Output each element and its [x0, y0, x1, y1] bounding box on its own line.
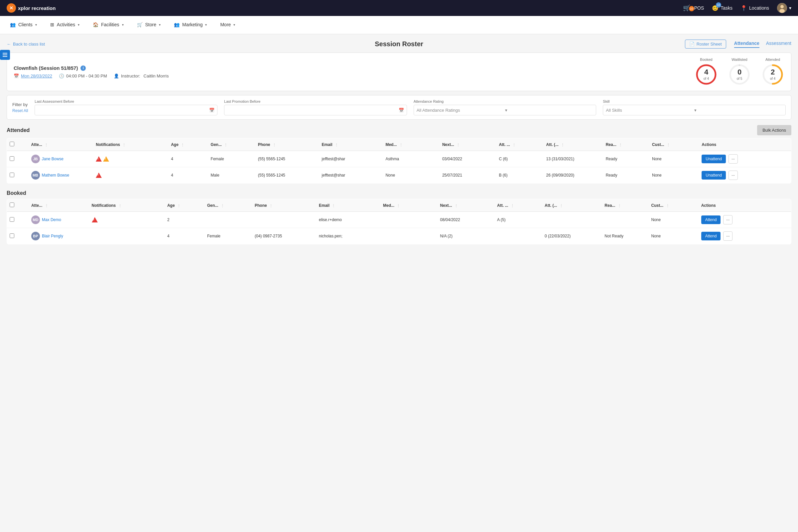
waitlisted-label: Waitlisted	[728, 58, 751, 61]
sidebar-toggle-button[interactable]	[0, 50, 10, 60]
alert-red-icon[interactable]: !	[92, 217, 98, 223]
person-icon: 👤	[114, 74, 119, 78]
nav-item-marketing[interactable]: 👥 Marketing ▾	[167, 16, 213, 34]
medical-cell	[380, 228, 438, 244]
filter-skill: Skill All Skills ▾	[603, 99, 786, 115]
back-arrow-icon: ←	[7, 41, 11, 46]
row-checkbox-mathew-bowse[interactable]	[10, 173, 14, 177]
page-header: ← Back to class list Session Roster 📄 Ro…	[7, 40, 791, 49]
attendee-name-text[interactable]: Blair Pengly	[42, 234, 63, 239]
clients-chevron: ▾	[35, 23, 37, 26]
select-all-booked-checkbox[interactable]	[10, 203, 14, 207]
facilities-chevron: ▾	[122, 23, 124, 26]
session-time: 🕓 04:00 PM - 04:30 PM	[59, 74, 107, 78]
col-header-actions: Actions	[699, 138, 791, 151]
session-info: Clownfish (Session 51/857) i 📅 Mon 28/03…	[14, 65, 169, 78]
attendee-name-text[interactable]: Mathem Bowse	[42, 173, 70, 177]
reset-all-button[interactable]: Reset All	[12, 108, 28, 113]
session-date-link[interactable]: Mon 28/03/2022	[21, 74, 52, 78]
more-actions-button[interactable]: ···	[728, 154, 738, 164]
filter-attendance-rating: Attendance Rating All Attendance Ratings…	[414, 99, 596, 115]
att2-cell	[542, 212, 602, 228]
attended-circle: 2 of 4	[761, 63, 784, 86]
col-header-custom: Cust... ⋮	[649, 138, 699, 151]
nav-item-clients[interactable]: 👥 Clients ▾	[3, 16, 43, 34]
clock-icon: 🕓	[59, 74, 64, 78]
att-cell	[494, 228, 542, 244]
last-assessment-input[interactable]: 📅	[35, 105, 217, 115]
svg-rect-4	[3, 55, 7, 55]
tab-attendance[interactable]: Attendance	[734, 41, 759, 48]
back-to-class-list-button[interactable]: ← Back to class list	[7, 41, 45, 46]
attended-label: Attended	[761, 58, 784, 61]
select-all-attended-checkbox[interactable]	[10, 141, 14, 146]
svg-point-1	[780, 5, 784, 8]
document-icon: 📄	[689, 41, 695, 46]
alert-yellow-icon[interactable]: !	[103, 156, 109, 162]
filter-last-assessment: Last Assessment Before 📅	[35, 99, 217, 115]
pos-nav-item[interactable]: 🛒 10 POS	[683, 4, 704, 12]
tab-assessment[interactable]: Assessment	[766, 41, 791, 48]
avatar: JB	[31, 155, 40, 163]
gender-cell: Male	[208, 167, 255, 184]
alert-red-icon[interactable]: !	[96, 156, 102, 162]
filter-bar: Filter by Reset All Last Assessment Befo…	[7, 95, 791, 120]
last-promotion-input[interactable]: 📅	[224, 105, 407, 115]
nav-item-facilities[interactable]: 🏠 Facilities ▾	[86, 16, 130, 34]
alert-red-icon[interactable]: !	[96, 173, 102, 178]
attend-button[interactable]: Attend	[701, 232, 721, 241]
nav-item-activities[interactable]: ⊞ Activities ▾	[43, 16, 86, 34]
locations-nav-item[interactable]: 📍 Locations	[740, 5, 769, 11]
unattend-button[interactable]: Unattend	[702, 155, 726, 163]
last-promotion-field[interactable]	[227, 108, 399, 113]
roster-sheet-button[interactable]: 📄 Roster Sheet	[685, 40, 726, 49]
more-actions-button[interactable]: ···	[723, 231, 733, 241]
tasks-nav-item[interactable]: 😊 10 Tasks	[712, 5, 733, 11]
medical-cell: None	[383, 167, 440, 184]
avatar: MB	[31, 171, 40, 179]
last-assessment-field[interactable]	[38, 108, 209, 113]
next-cell: 08/04/2022	[438, 212, 495, 228]
att-cell: C (6)	[496, 151, 543, 167]
col-header-atte-b: Atte... ⋮	[28, 199, 89, 212]
more-actions-button[interactable]: ···	[723, 215, 733, 225]
row-checkbox-blair-pengly[interactable]	[10, 233, 14, 238]
unattend-button[interactable]: Unattend	[702, 171, 726, 179]
attended-table-header: Atte... ⋮ Notifications ⋮ Age ⋮ Gen... ⋮…	[7, 138, 791, 151]
custom-cell: None	[648, 228, 698, 244]
attendance-rating-select[interactable]: All Attendance Ratings ▾	[414, 105, 596, 115]
nav-item-more[interactable]: More ▾	[213, 16, 242, 34]
row-checkbox-jane-bowse[interactable]	[10, 156, 14, 161]
attendee-name-text[interactable]: Max Demo	[42, 217, 61, 222]
nav-item-store[interactable]: 🛒 Store ▾	[130, 16, 167, 34]
clients-icon: 👥	[10, 22, 16, 27]
custom-cell: None	[649, 167, 699, 184]
bulk-actions-button[interactable]: Bulk Actions	[757, 125, 791, 135]
booked-table-header: Atte... ⋮ Notifications ⋮ Age ⋮ Gen... ⋮…	[7, 199, 791, 212]
info-icon[interactable]: i	[80, 65, 86, 71]
more-actions-button[interactable]: ···	[728, 171, 738, 180]
roster-sheet-label: Roster Sheet	[697, 41, 722, 46]
attended-number: 2	[770, 69, 776, 76]
attendance-rating-label: Attendance Rating	[414, 99, 596, 103]
app-name: xplor recreation	[18, 5, 56, 11]
session-stats: Booked 4 of 4 Waitlisted	[695, 58, 784, 86]
tasks-icon: 😊 10	[712, 5, 719, 11]
table-row: JBJane Bowse!!4Female(55) 5565-1245jefft…	[7, 151, 791, 167]
page-content: ← Back to class list Session Roster 📄 Ro…	[0, 34, 798, 256]
attendee-name-text[interactable]: Jane Bowse	[42, 157, 63, 161]
col-header-custom-b: Cust... ⋮	[648, 199, 698, 212]
app-logo[interactable]: ✕ xplor recreation	[7, 3, 56, 13]
waitlisted-of: of 5	[737, 77, 742, 80]
notifications-cell	[89, 228, 165, 244]
clients-label: Clients	[18, 22, 33, 27]
attendance-rating-placeholder: All Attendance Ratings	[417, 108, 505, 113]
col-header-notifications: Notifications ⋮	[93, 138, 168, 151]
skill-select[interactable]: All Skills ▾	[603, 105, 786, 115]
phone-cell	[252, 212, 316, 228]
att2-cell: 13 (31/03/2021)	[544, 151, 603, 167]
marketing-chevron: ▾	[205, 23, 207, 26]
user-avatar[interactable]: ▾	[777, 3, 791, 13]
row-checkbox-max-demo[interactable]	[10, 217, 14, 222]
attend-button[interactable]: Attend	[701, 215, 721, 224]
